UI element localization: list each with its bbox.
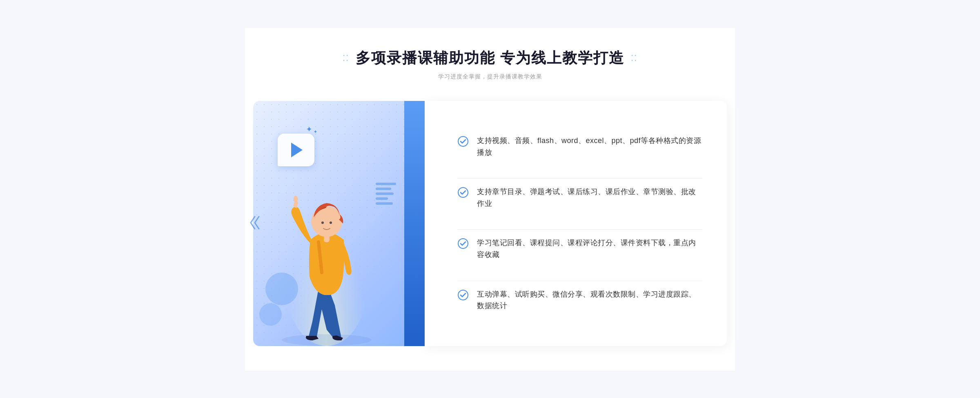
feature-text-1: 支持视频、音频、flash、word、excel、ppt、pdf等各种格式的资源… <box>477 135 702 159</box>
feature-item-3: 学习笔记回看、课程提问、课程评论打分、课件资料下载，重点内容收藏 <box>457 229 702 268</box>
svg-point-0 <box>282 334 372 346</box>
feature-item-1: 支持视频、音频、flash、word、excel、ppt、pdf等各种格式的资源… <box>457 127 702 166</box>
dots-left-icon: ⁚⁚ <box>343 53 349 63</box>
dots-right-icon: ⁚⁚ <box>631 53 637 63</box>
page-title: 多项录播课辅助功能 专为线上教学打造 <box>356 48 624 68</box>
features-panel: 支持视频、音频、flash、word、excel、ppt、pdf等各种格式的资源… <box>425 101 727 346</box>
svg-point-8 <box>458 290 468 300</box>
sparkle-icon-1: ✦ <box>306 125 312 133</box>
svg-point-2 <box>321 221 324 224</box>
feature-text-3: 学习笔记回看、课程提问、课程评论打分、课件资料下载，重点内容收藏 <box>477 237 702 261</box>
feature-item-2: 支持章节目录、弹题考试、课后练习、课后作业、章节测验、批改作业 <box>457 178 702 217</box>
svg-point-3 <box>330 221 332 224</box>
main-content: ✦ ✦ <box>253 101 727 346</box>
check-icon-3 <box>457 238 469 249</box>
check-icon-1 <box>457 136 469 147</box>
svg-point-6 <box>458 188 468 197</box>
feature-item-4: 互动弹幕、试听购买、微信分享、观看次数限制、学习进度跟踪、数据统计 <box>457 281 702 320</box>
sparkle-icon-2: ✦ <box>314 130 317 134</box>
left-illustration-panel: ✦ ✦ <box>253 101 425 346</box>
check-icon-2 <box>457 187 469 198</box>
svg-point-7 <box>458 239 468 248</box>
feature-text-2: 支持章节目录、弹题考试、课后练习、课后作业、章节测验、批改作业 <box>477 186 702 210</box>
svg-rect-4 <box>324 235 330 242</box>
page-subtitle: 学习进度全掌握，提升录播课教学效果 <box>253 73 727 80</box>
gradient-bar <box>404 101 425 346</box>
deco-circle-small <box>259 303 282 326</box>
check-icon-4 <box>457 289 469 301</box>
chevron-decoration <box>249 215 261 233</box>
header-section: ⁚⁚ 多项录播课辅助功能 专为线上教学打造 ⁚⁚ 学习进度全掌握，提升录播课教学… <box>253 48 727 80</box>
feature-text-4: 互动弹幕、试听购买、微信分享、观看次数限制、学习进度跟踪、数据统计 <box>477 288 702 312</box>
page-wrapper: ⁚⁚ 多项录播课辅助功能 专为线上教学打造 ⁚⁚ 学习进度全掌握，提升录播课教学… <box>245 28 735 371</box>
header-title-row: ⁚⁚ 多项录播课辅助功能 专为线上教学打造 ⁚⁚ <box>253 48 727 68</box>
svg-point-5 <box>458 136 468 146</box>
